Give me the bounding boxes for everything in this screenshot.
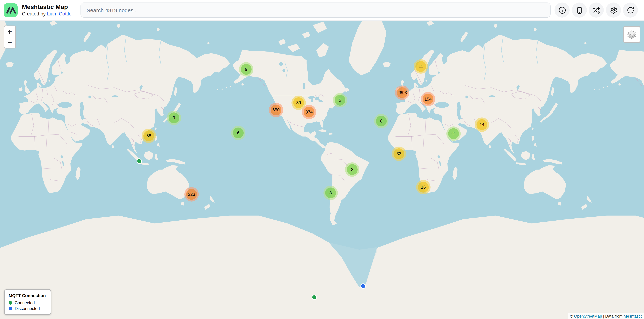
legend-item: Connected — [8, 301, 47, 305]
cluster-count: 33 — [394, 148, 404, 159]
map-attribution: © OpenStreetMap | Data from Meshtastic — [568, 313, 644, 319]
node-cluster[interactable]: 8 — [374, 114, 388, 128]
node-cluster[interactable]: 154 — [421, 92, 435, 106]
legend-dot-icon — [8, 301, 12, 305]
cluster-count: 6 — [233, 128, 244, 138]
mobile-app-button[interactable] — [572, 2, 587, 17]
subtitle-prefix: Created by — [22, 11, 47, 16]
refresh-button[interactable] — [623, 2, 638, 17]
node-cluster[interactable]: 650 — [269, 103, 283, 117]
cluster-count: 16 — [418, 182, 429, 193]
cluster-count: 874 — [304, 107, 314, 117]
cluster-count: 8 — [325, 188, 336, 198]
node-cluster[interactable]: 2693 — [395, 85, 409, 100]
node-marker-connected[interactable] — [312, 295, 317, 300]
zoom-in-button[interactable]: + — [4, 26, 15, 37]
world-map-svg — [0, 20, 644, 319]
node-cluster[interactable]: 6 — [231, 126, 246, 140]
cluster-count: 9 — [241, 64, 252, 75]
refresh-icon — [626, 6, 634, 14]
cluster-count: 39 — [293, 97, 304, 108]
node-marker-disconnected[interactable] — [360, 284, 366, 289]
legend-label: Connected — [15, 301, 35, 305]
node-cluster[interactable]: 2 — [345, 162, 360, 177]
cluster-count: 2 — [347, 164, 358, 175]
zoom-control: + − — [4, 25, 16, 48]
cluster-count: 5 — [334, 95, 345, 106]
map-canvas[interactable]: + − MQTT Connection ConnectedDisconnecte… — [0, 20, 644, 319]
settings-button[interactable] — [606, 2, 621, 17]
meshtastic-logo-icon — [4, 3, 18, 17]
openstreetmap-link[interactable]: OpenStreetMap — [574, 314, 602, 318]
cluster-count: 2 — [448, 128, 459, 139]
node-cluster[interactable]: 9 — [167, 111, 181, 125]
info-icon — [558, 6, 566, 14]
cluster-count: 223 — [186, 189, 197, 200]
meshtastic-link[interactable]: Meshtastic — [624, 314, 642, 318]
top-bar: Meshtastic Map Created by Liam Cottle — [0, 0, 644, 21]
node-cluster[interactable]: 9 — [239, 62, 253, 76]
legend-dot-icon — [8, 307, 12, 310]
node-marker-connected[interactable] — [136, 158, 142, 164]
mqtt-connection-legend: MQTT Connection ConnectedDisconnected — [4, 289, 52, 315]
cluster-count: 14 — [476, 119, 487, 130]
node-cluster[interactable]: 58 — [142, 129, 156, 143]
cluster-count: 154 — [422, 94, 434, 104]
info-button[interactable] — [554, 2, 570, 17]
node-cluster[interactable]: 11 — [414, 59, 428, 74]
legend-title: MQTT Connection — [8, 293, 47, 298]
page-subtitle: Created by Liam Cottle — [22, 11, 72, 16]
cluster-count: 11 — [416, 61, 426, 72]
node-cluster[interactable]: 8 — [324, 186, 338, 200]
cluster-count: 9 — [168, 112, 179, 123]
layers-control-button[interactable] — [623, 26, 640, 43]
node-cluster[interactable]: 14 — [475, 117, 489, 132]
search-input[interactable] — [80, 2, 550, 17]
node-cluster[interactable]: 5 — [333, 93, 347, 107]
page-title: Meshtastic Map — [22, 4, 72, 10]
node-cluster[interactable]: 2 — [446, 126, 461, 141]
node-cluster[interactable]: 16 — [416, 180, 430, 194]
legend-label: Disconnected — [15, 307, 40, 311]
random-node-button[interactable] — [589, 2, 604, 17]
cluster-count: 2693 — [397, 87, 408, 98]
meshtastic-logo[interactable] — [4, 3, 18, 17]
cluster-count: 8 — [376, 116, 387, 126]
node-cluster[interactable]: 874 — [302, 105, 316, 119]
attribution-separator: | Data from — [603, 314, 622, 318]
layers-icon — [626, 29, 637, 40]
shuffle-icon — [592, 6, 600, 14]
zoom-out-button[interactable]: − — [4, 37, 15, 48]
settings-icon — [610, 6, 617, 14]
cluster-count: 650 — [270, 104, 282, 115]
title-block: Meshtastic Map Created by Liam Cottle — [22, 4, 72, 16]
smartphone-icon — [576, 6, 583, 14]
author-link[interactable]: Liam Cottle — [47, 11, 72, 16]
app-stage: + − MQTT Connection ConnectedDisconnecte… — [0, 0, 644, 319]
copyright-symbol: © — [570, 314, 573, 318]
node-cluster[interactable]: 33 — [392, 147, 406, 161]
legend-items: ConnectedDisconnected — [8, 301, 47, 311]
node-cluster[interactable]: 223 — [184, 187, 199, 202]
cluster-count: 58 — [144, 130, 154, 141]
legend-item: Disconnected — [8, 307, 47, 311]
